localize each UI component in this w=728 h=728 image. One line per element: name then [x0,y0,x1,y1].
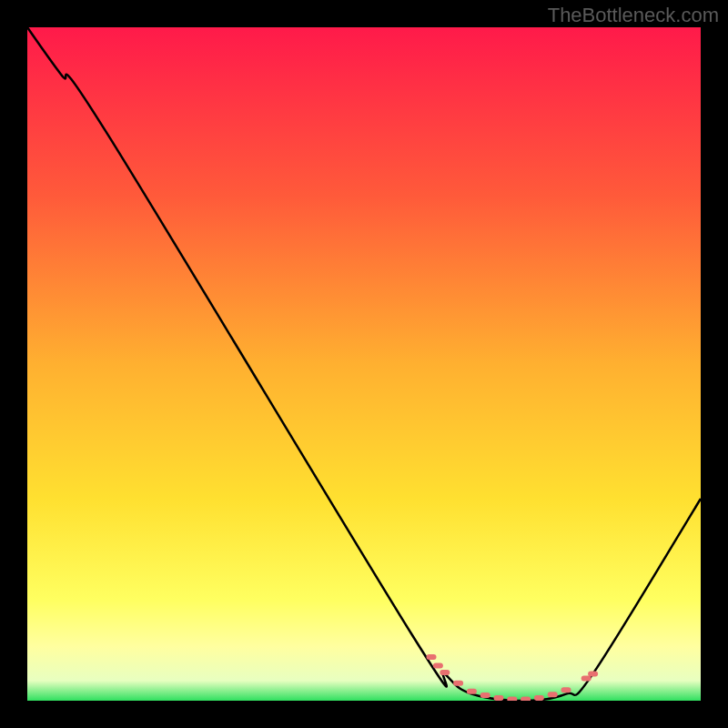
plot-area [27,27,701,701]
marker-dot [581,676,592,682]
marker-dot [507,697,517,701]
watermark-text: TheBottleneck.com [548,4,719,27]
marker-dot [467,689,477,694]
chart-container: TheBottleneck.com [0,0,728,728]
marker-dot [521,697,531,701]
marker-dot [480,693,490,698]
marker-dot [548,692,558,697]
marker-dot [534,695,544,701]
bottleneck-curve [27,27,701,701]
curve-layer [27,27,701,701]
marker-dot [433,663,443,669]
marker-dot [440,670,450,675]
marker-dot [561,687,571,693]
marker-dot [427,654,437,660]
marker-dot [453,681,463,686]
marker-dot [494,695,504,701]
marker-dot [588,671,598,676]
